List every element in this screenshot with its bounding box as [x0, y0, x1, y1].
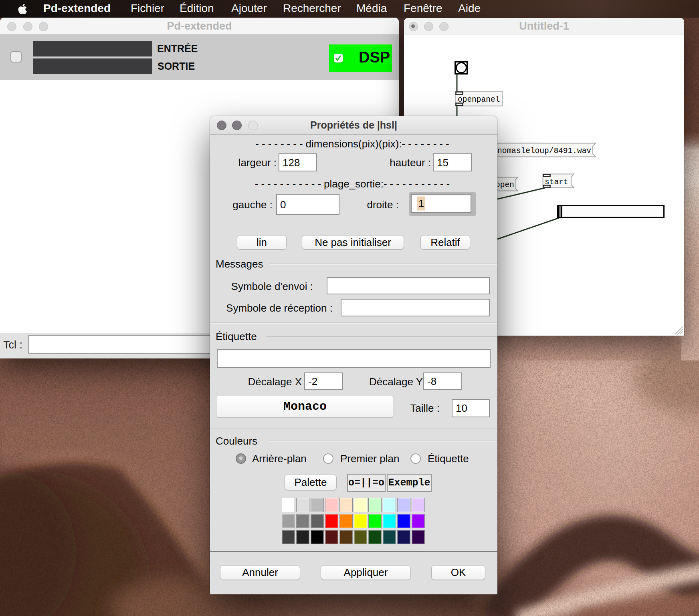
svg-text:open: open [495, 181, 514, 189]
svg-text:start: start [545, 178, 568, 187]
svg-text:nomasleloup/8491.wav: nomasleloup/8491.wav [497, 147, 591, 155]
svg-text:openpanel: openpanel [458, 95, 500, 104]
